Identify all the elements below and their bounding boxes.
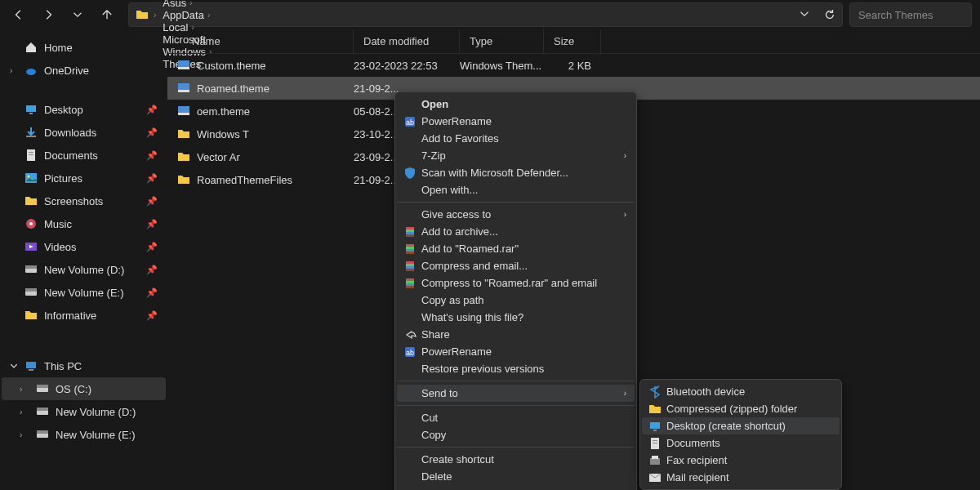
menu-item[interactable]: Compressed (zipped) folder	[642, 400, 840, 417]
menu-item[interactable]: Add to archive...	[397, 223, 635, 240]
menu-item[interactable]: Open with...	[397, 181, 635, 198]
menu-item[interactable]: Compress to "Roamed.rar" and email	[397, 274, 635, 292]
chevron-right-icon: ›	[20, 408, 22, 416]
sidebar-item[interactable]: Desktop📌	[2, 98, 166, 121]
menu-item[interactable]: Bluetooth device	[642, 383, 840, 400]
toolbar: › This PC›OS (C:)›Users›Asus›AppData›Loc…	[0, 0, 980, 29]
pin-icon: 📌	[146, 150, 158, 161]
chevron-right-icon: ›	[20, 430, 22, 439]
desktop-icon	[24, 103, 38, 116]
menu-item[interactable]: Copy	[397, 426, 635, 443]
up-button[interactable]	[100, 8, 114, 21]
file-row[interactable]: Custom.theme 23-02-2023 22:53 Windows Th…	[167, 54, 980, 77]
history-dropdown-icon[interactable]	[800, 9, 809, 20]
menu-item[interactable]: Give access to›	[397, 206, 635, 223]
menu-item-label: Bluetooth device	[666, 385, 745, 398]
column-header-type[interactable]: Type	[460, 29, 544, 53]
mail-icon	[648, 471, 662, 484]
sidebar-item[interactable]: Screenshots📌	[2, 189, 166, 212]
menu-item-label: Open	[421, 98, 448, 110]
breadcrumb-segment[interactable]: Asus›	[161, 0, 213, 9]
sidebar-item-label: New Volume (E:)	[56, 429, 136, 441]
sidebar-item[interactable]: Documents📌	[2, 144, 166, 167]
forward-button[interactable]	[42, 8, 55, 21]
address-bar-actions	[800, 9, 835, 20]
menu-item[interactable]: Copy as path	[397, 292, 635, 309]
chevron-right-icon: ›	[188, 0, 194, 7]
menu-item[interactable]: Compress and email...	[397, 257, 635, 274]
menu-item[interactable]: Open	[397, 96, 635, 113]
chevron-right-icon: ›	[624, 151, 626, 160]
svg-point-10	[29, 222, 33, 225]
sidebar-item-drive[interactable]: ›New Volume (E:)	[2, 423, 166, 446]
svg-rect-43	[406, 266, 414, 269]
drive-icon	[36, 428, 49, 441]
svg-point-0	[26, 69, 36, 75]
menu-item[interactable]: Scan with Microsoft Defender...	[397, 164, 635, 181]
share-icon	[403, 328, 416, 341]
menu-item[interactable]: Add to Favorites	[397, 130, 635, 147]
menu-separator	[397, 381, 635, 381]
svg-rect-50	[650, 422, 660, 429]
menu-item[interactable]: Restore previous versions	[397, 360, 635, 377]
menu-item-label: Copy as path	[421, 294, 484, 306]
menu-item-label: Add to archive...	[421, 225, 498, 238]
chevron-right-icon: ›	[10, 66, 12, 75]
fax-icon	[648, 454, 662, 467]
search-input[interactable]: Search Themes	[849, 2, 972, 27]
menu-item[interactable]: abPowerRename	[397, 113, 635, 130]
sidebar-item[interactable]: New Volume (D:)📌	[2, 258, 166, 281]
sidebar-item-onedrive[interactable]: › OneDrive	[2, 59, 166, 82]
recent-dropdown[interactable]	[71, 8, 84, 21]
pin-icon: 📌	[146, 196, 158, 207]
chevron-right-icon: ›	[149, 11, 161, 20]
menu-item[interactable]: Mail recipient	[642, 469, 840, 486]
menu-item[interactable]: Delete	[397, 468, 635, 485]
sidebar-item[interactable]: New Volume (E:)📌	[2, 281, 166, 304]
context-submenu-sendto: Bluetooth deviceCompressed (zipped) fold…	[639, 379, 842, 490]
sidebar-item[interactable]: Downloads📌	[2, 121, 166, 144]
svg-rect-19	[37, 385, 48, 388]
sidebar-item[interactable]: Pictures📌	[2, 167, 166, 189]
folder-icon	[24, 194, 38, 207]
sidebar-item-label: New Volume (D:)	[56, 406, 136, 418]
sidebar-item-drive[interactable]: ›New Volume (D:)	[2, 400, 166, 423]
menu-item[interactable]: Fax recipient	[642, 452, 840, 469]
sidebar-item[interactable]: Informative📌	[2, 304, 166, 327]
column-header-date[interactable]: Date modified	[354, 29, 460, 53]
breadcrumb-segment[interactable]: AppData›	[161, 9, 213, 21]
pin-icon: 📌	[146, 242, 158, 252]
menu-separator	[397, 447, 635, 448]
menu-item-label: PowerRename	[421, 345, 492, 358]
svg-rect-17	[29, 369, 33, 371]
svg-rect-15	[25, 288, 37, 292]
menu-item[interactable]: Cut	[397, 409, 635, 426]
menu-item-label: PowerRename	[421, 115, 492, 127]
chevron-right-icon: ›	[20, 385, 22, 394]
menu-item[interactable]: What's using this file?	[397, 309, 635, 326]
menu-item[interactable]: 7-Zip›	[397, 147, 635, 164]
column-header-name[interactable]: Name	[167, 29, 354, 53]
menu-item-label: Copy	[421, 429, 446, 441]
sidebar-item-label: Informative	[44, 310, 96, 322]
sidebar-item-thispc[interactable]: This PC	[2, 354, 166, 377]
menu-item[interactable]: abPowerRename	[397, 343, 635, 360]
column-header-size[interactable]: Size	[544, 29, 601, 53]
address-bar[interactable]: › This PC›OS (C:)›Users›Asus›AppData›Loc…	[128, 2, 843, 27]
menu-item[interactable]: Add to "Roamed.rar"	[397, 240, 635, 257]
back-button[interactable]	[12, 8, 25, 21]
menu-item[interactable]: Documents	[642, 434, 840, 452]
refresh-icon[interactable]	[824, 9, 835, 20]
menu-item[interactable]: Share	[397, 326, 635, 343]
sidebar-item[interactable]: Videos📌	[2, 235, 166, 258]
menu-item-label: Add to Favorites	[421, 132, 499, 145]
menu-item[interactable]: Rename	[397, 485, 635, 490]
sidebar-item[interactable]: Music📌	[2, 212, 166, 235]
sidebar-item-drive[interactable]: ›OS (C:)	[2, 377, 166, 400]
menu-item[interactable]: Create shortcut	[397, 451, 635, 468]
menu-item[interactable]: Desktop (create shortcut)	[642, 417, 840, 434]
sidebar-item-home[interactable]: Home	[2, 36, 166, 59]
folder-icon	[136, 8, 149, 21]
menu-item[interactable]: Send to›	[397, 385, 635, 402]
pin-icon: 📌	[146, 127, 158, 138]
